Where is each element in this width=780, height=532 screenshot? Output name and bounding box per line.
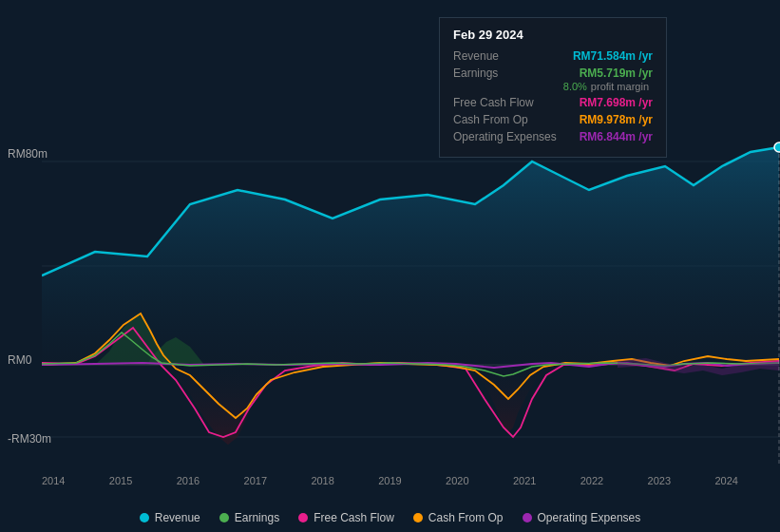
x-label-2023: 2023 <box>648 475 671 486</box>
legend-revenue-dot <box>140 513 149 522</box>
legend-fcf-dot <box>298 513 308 522</box>
y-label-zero: RM0 <box>8 353 31 367</box>
tooltip-fcf-value: RM7.698m /yr <box>580 96 653 109</box>
tooltip-earnings-label: Earnings <box>453 66 567 80</box>
legend-cashop-dot <box>413 513 423 522</box>
tooltip-cashop-label: Cash From Op <box>453 113 567 126</box>
legend-revenue-label: Revenue <box>155 511 200 524</box>
x-axis: 2014 2015 2016 2017 2018 2019 2020 2021 … <box>0 475 780 486</box>
x-label-2019: 2019 <box>378 475 401 486</box>
legend-fcf-label: Free Cash Flow <box>314 511 394 524</box>
legend-earnings-dot <box>219 513 229 522</box>
x-label-2017: 2017 <box>244 475 267 486</box>
x-label-2024: 2024 <box>714 475 737 486</box>
tooltip-revenue-value: RM71.584m /yr <box>573 49 653 63</box>
legend-cashop[interactable]: Cash From Op <box>413 511 504 524</box>
tooltip-date: Feb 29 2024 <box>453 28 653 42</box>
legend-revenue[interactable]: Revenue <box>140 511 200 524</box>
x-label-2022: 2022 <box>580 475 603 486</box>
legend-fcf[interactable]: Free Cash Flow <box>298 511 394 524</box>
legend-opex-dot <box>523 513 532 522</box>
legend-earnings-label: Earnings <box>235 511 279 524</box>
x-label-2021: 2021 <box>513 475 536 486</box>
x-label-2015: 2015 <box>109 475 132 486</box>
tooltip-earnings-value: RM5.719m /yr <box>580 66 653 80</box>
tooltip-revenue-row: Revenue RM71.584m /yr <box>453 49 653 63</box>
tooltip-cashop-value: RM9.978m /yr <box>580 113 653 126</box>
tooltip-fcf-label: Free Cash Flow <box>453 96 567 109</box>
tooltip-fcf-row: Free Cash Flow RM7.698m /yr <box>453 96 653 109</box>
tooltip: Feb 29 2024 Revenue RM71.584m /yr Earnin… <box>439 17 667 158</box>
tooltip-cashop-row: Cash From Op RM9.978m /yr <box>453 113 653 126</box>
tooltip-opex-label: Operating Expenses <box>453 130 567 143</box>
tooltip-margin-label: profit margin <box>591 81 649 92</box>
x-label-2020: 2020 <box>446 475 468 486</box>
tooltip-opex-value: RM6.844m /yr <box>580 130 653 143</box>
x-label-2016: 2016 <box>177 475 200 486</box>
tooltip-margin-sub: 8.0% profit margin <box>453 81 653 92</box>
x-label-2018: 2018 <box>311 475 333 486</box>
legend-opex-label: Operating Expenses <box>538 511 641 524</box>
tooltip-earnings-row: Earnings RM5.719m /yr <box>453 66 653 80</box>
tooltip-margin-pct: 8.0% <box>563 81 587 92</box>
legend-cashop-label: Cash From Op <box>428 511 504 524</box>
tooltip-revenue-label: Revenue <box>453 49 567 63</box>
y-label-neg: -RM30m <box>8 432 51 446</box>
x-label-2014: 2014 <box>42 475 65 486</box>
y-label-top: RM80m <box>8 147 48 161</box>
legend-opex[interactable]: Operating Expenses <box>523 511 641 524</box>
tooltip-opex-row: Operating Expenses RM6.844m /yr <box>453 130 653 143</box>
svg-point-6 <box>774 142 780 152</box>
legend-earnings[interactable]: Earnings <box>219 511 279 524</box>
legend: Revenue Earnings Free Cash Flow Cash Fro… <box>0 511 780 524</box>
